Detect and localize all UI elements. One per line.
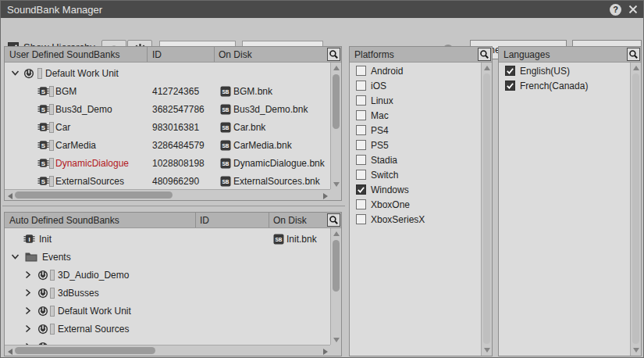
checklist-item[interactable]: PS5 xyxy=(350,138,482,153)
column-on-disk[interactable]: On Disk xyxy=(219,49,252,60)
platforms-header: Platforms xyxy=(350,47,492,63)
platforms-list: AndroidiOSLinuxMacPS4PS5StadiaSwitchWind… xyxy=(350,63,482,356)
soundbank-icon: S xyxy=(37,136,49,154)
search-icon[interactable] xyxy=(327,213,340,227)
checklist-item-label: Windows xyxy=(371,184,409,195)
tree-row[interactable]: SBGM412724365SBBGM.bnk xyxy=(5,82,331,100)
checklist-item-label: Android xyxy=(371,66,403,77)
tree-row[interactable]: SCar983016381SBCar.bnk xyxy=(5,118,331,136)
work-unit-icon xyxy=(37,302,48,320)
tree-row[interactable]: SExternalSources480966290SBExternalSourc… xyxy=(5,172,331,190)
tree-row[interactable]: Default Work Unit xyxy=(5,302,331,320)
row-label: Car xyxy=(55,118,70,136)
platforms-vertical-scrollbar[interactable] xyxy=(481,63,492,356)
svg-text:S: S xyxy=(41,142,45,149)
tree-row[interactable]: Default Work Unit xyxy=(5,64,331,82)
chevron-down-icon[interactable] xyxy=(11,64,20,82)
row-label: Default Work Unit xyxy=(45,64,119,82)
checkbox-unchecked-icon[interactable] xyxy=(356,155,366,165)
chevron-right-icon[interactable] xyxy=(23,302,32,320)
notes-bar xyxy=(49,136,54,154)
auto-defined-soundbanks-panel: Auto Defined SoundBanks ID On Disk IInit… xyxy=(4,212,342,356)
column-id[interactable]: ID xyxy=(200,215,209,226)
tree-row[interactable]: 3D_Audio_Demo xyxy=(5,266,331,284)
row-id-value: 3682547786 xyxy=(152,100,205,118)
checklist-item[interactable]: Windows xyxy=(350,183,482,198)
notes-bar xyxy=(49,154,54,172)
row-id-value: 412724365 xyxy=(152,82,199,100)
checklist-item-label: French(Canada) xyxy=(520,81,588,91)
languages-header: Languages xyxy=(499,47,641,63)
checklist-item[interactable]: iOS xyxy=(350,79,482,94)
row-label: Default Work Unit xyxy=(58,302,131,320)
row-label: Bus3d_Demo xyxy=(55,100,112,118)
languages-vertical-scrollbar[interactable] xyxy=(630,63,641,356)
checklist-item[interactable]: Switch xyxy=(350,168,482,183)
checkbox-unchecked-icon[interactable] xyxy=(356,125,366,135)
panel-splitter[interactable] xyxy=(2,206,345,206)
checklist-item[interactable]: Linux xyxy=(350,94,482,109)
tree-row[interactable]: 3dBusses xyxy=(5,284,331,302)
user-banks-tree: Default Work UnitSBGM412724365SBBGM.bnkS… xyxy=(5,63,331,190)
notes-bar xyxy=(49,172,54,190)
checkbox-unchecked-icon[interactable] xyxy=(356,110,366,120)
chevron-right-icon[interactable] xyxy=(23,284,32,302)
tree-row[interactable]: IInitSBInit.bnk xyxy=(5,230,331,248)
row-id-value: 983016381 xyxy=(152,118,199,136)
checklist-item[interactable]: French(Canada) xyxy=(499,79,631,94)
svg-text:SB: SB xyxy=(222,124,229,130)
chevron-right-icon[interactable] xyxy=(23,320,32,338)
column-id[interactable]: ID xyxy=(152,49,162,60)
checklist-item[interactable]: XboxSeriesX xyxy=(350,213,482,227)
search-icon[interactable] xyxy=(327,48,340,61)
user-banks-title: User Defined SoundBanks xyxy=(9,49,119,60)
svg-text:SB: SB xyxy=(222,88,229,94)
chevron-down-icon[interactable] xyxy=(11,248,20,266)
checklist-item[interactable]: PS4 xyxy=(350,124,482,138)
checkbox-unchecked-icon[interactable] xyxy=(356,214,366,224)
search-icon[interactable] xyxy=(478,48,491,61)
checkbox-unchecked-icon[interactable] xyxy=(356,140,366,150)
checklist-item[interactable]: Android xyxy=(350,64,482,79)
checkbox-unchecked-icon[interactable] xyxy=(356,81,366,91)
checklist-item-label: Mac xyxy=(371,110,389,121)
svg-text:SB: SB xyxy=(222,160,229,166)
checklist-item[interactable]: XboxOne xyxy=(350,198,482,213)
svg-text:S: S xyxy=(41,178,45,185)
soundbank-manager-window: SoundBank Manager ? Show Hierarchy xyxy=(0,0,644,358)
tree-row[interactable]: External Sources xyxy=(5,320,331,338)
row-disk-value: DynamicDialogue.bnk xyxy=(233,154,325,172)
auto-banks-header: Auto Defined SoundBanks ID On Disk xyxy=(5,213,341,228)
row-disk-value: Bus3d_Demo.bnk xyxy=(233,100,308,118)
checklist-item[interactable]: Mac xyxy=(350,109,482,124)
svg-text:S: S xyxy=(41,106,45,113)
checkbox-unchecked-icon[interactable] xyxy=(356,199,366,209)
checkbox-unchecked-icon[interactable] xyxy=(356,170,366,180)
user-banks-vertical-scrollbar[interactable] xyxy=(330,63,341,190)
checklist-item-label: iOS xyxy=(371,81,386,91)
close-icon[interactable] xyxy=(628,4,639,15)
chevron-right-icon[interactable] xyxy=(23,266,32,284)
checkbox-checked-icon[interactable] xyxy=(505,66,515,76)
tree-row[interactable]: SDynamicDialogue1028808198SBDynamicDialo… xyxy=(5,154,331,172)
tree-row[interactable]: SCarMedia3286484579SBCarMedia.bnk xyxy=(5,136,331,154)
title-bar[interactable]: SoundBank Manager ? xyxy=(1,1,643,18)
checkbox-checked-icon[interactable] xyxy=(505,81,515,91)
checklist-item[interactable]: English(US) xyxy=(499,64,631,79)
tree-row[interactable]: Events xyxy=(5,248,331,266)
checklist-item[interactable]: Stadia xyxy=(350,153,482,168)
checklist-item-label: Stadia xyxy=(371,155,397,166)
auto-banks-vertical-scrollbar[interactable] xyxy=(330,228,341,345)
auto-banks-horizontal-scrollbar[interactable] xyxy=(5,345,331,356)
checkbox-unchecked-icon[interactable] xyxy=(356,66,366,76)
work-unit-icon xyxy=(23,64,34,82)
help-icon[interactable]: ? xyxy=(610,4,621,16)
user-defined-soundbanks-panel: User Defined SoundBanks ID On Disk Defau… xyxy=(4,46,342,201)
row-label: BGM xyxy=(55,82,76,100)
tree-row[interactable]: SBus3d_Demo3682547786SBBus3d_Demo.bnk xyxy=(5,100,331,118)
user-banks-horizontal-scrollbar[interactable] xyxy=(5,189,331,200)
checkbox-checked-icon[interactable] xyxy=(356,184,366,195)
checkbox-unchecked-icon[interactable] xyxy=(356,95,366,106)
column-on-disk[interactable]: On Disk xyxy=(273,215,307,226)
search-icon[interactable] xyxy=(627,48,640,61)
